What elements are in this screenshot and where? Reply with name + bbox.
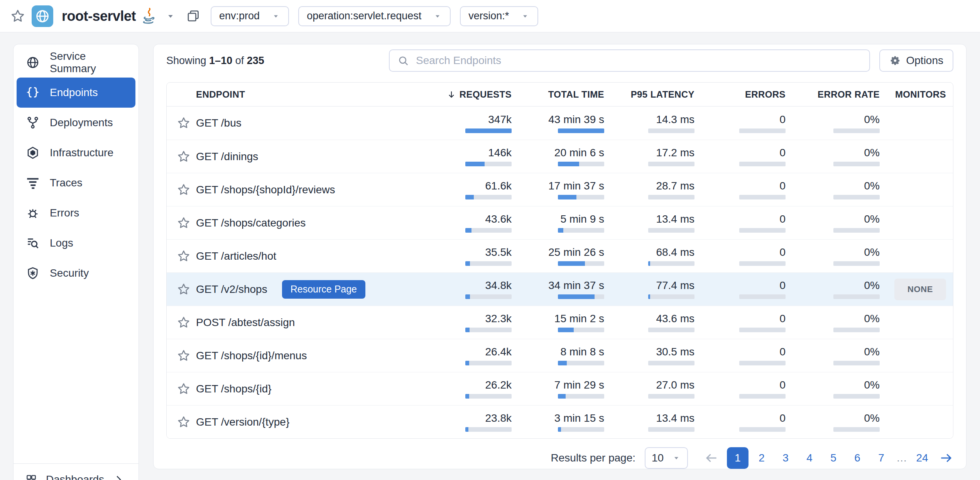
- endpoint-name[interactable]: GET /shops/categories: [196, 217, 306, 229]
- requests-value: 61.6k: [485, 180, 512, 192]
- table-row[interactable]: GET /shops/categories43.6k5 min 9 s13.4 …: [167, 206, 953, 239]
- favorite-star-icon[interactable]: [177, 183, 196, 197]
- endpoint-name[interactable]: GET /shops/{id}/menus: [196, 350, 307, 362]
- endpoint-name[interactable]: GET /bus: [196, 117, 242, 129]
- total-time-bar: [558, 195, 604, 199]
- total-time-value: 3 min 15 s: [554, 412, 604, 424]
- favorite-star-icon[interactable]: [177, 282, 196, 296]
- sidebar-item-deployments[interactable]: Deployments: [17, 108, 135, 138]
- toolbar: Showing 1–10 of 235 Options: [166, 49, 953, 72]
- error-rate-bar: [833, 195, 880, 199]
- p95-latency-bar: [648, 427, 694, 432]
- column-endpoint[interactable]: ENDPOINT: [196, 89, 423, 100]
- total-time-value: 34 min 37 s: [548, 279, 604, 292]
- page-3-button[interactable]: 3: [775, 447, 796, 469]
- endpoints-panel: Showing 1–10 of 235 Options ENDPOINT REQ…: [153, 44, 966, 469]
- requests-cell: 146k: [423, 147, 512, 166]
- requests-bar: [465, 261, 512, 266]
- errors-cell: 0: [694, 213, 786, 233]
- caret-down-icon: [271, 12, 280, 21]
- favorite-star-icon[interactable]: [177, 116, 196, 130]
- favorite-star-icon[interactable]: [177, 382, 196, 396]
- page-2-button[interactable]: 2: [751, 447, 772, 469]
- endpoint-name[interactable]: GET /version/{type}: [196, 416, 289, 428]
- search-input[interactable]: [415, 54, 862, 67]
- filter-pill-2[interactable]: operation:servlet.request: [298, 6, 451, 26]
- table-row[interactable]: POST /abtest/assign32.3k15 min 2 s43.6 m…: [167, 306, 953, 339]
- requests-value: 347k: [488, 113, 512, 126]
- sidebar-item-label: Traces: [50, 177, 83, 189]
- table-row[interactable]: GET /version/{type}23.8k3 min 15 s13.4 m…: [167, 405, 953, 438]
- error-rate-cell: 0%: [786, 180, 880, 199]
- sidebar-item-service-summary[interactable]: Service Summary: [17, 47, 135, 78]
- column-requests[interactable]: REQUESTS: [423, 89, 512, 100]
- table-row[interactable]: GET /shops/{id}26.2k7 min 29 s27.0 ms00%: [167, 372, 953, 405]
- copy-icon[interactable]: [186, 9, 200, 23]
- top-header: root-servlet env:prodoperation:servlet.r…: [0, 0, 980, 32]
- prev-page-button[interactable]: [704, 451, 719, 465]
- error-rate-bar: [833, 394, 880, 399]
- endpoint-name[interactable]: GET /dinings: [196, 150, 258, 163]
- favorite-star-icon[interactable]: [177, 216, 196, 230]
- error-rate-cell: 0%: [786, 279, 880, 299]
- requests-cell: 26.4k: [423, 346, 512, 365]
- favorite-star-icon[interactable]: [177, 316, 196, 330]
- column-total-time[interactable]: TOTAL TIME: [512, 89, 604, 100]
- page-5-button[interactable]: 5: [823, 447, 844, 469]
- sidebar-item-logs[interactable]: Logs: [17, 228, 135, 258]
- page-size-select[interactable]: 10: [645, 447, 688, 469]
- column-monitors[interactable]: MONITORS: [880, 89, 953, 100]
- error-rate-value: 0%: [864, 346, 880, 358]
- errors-bar: [739, 261, 786, 266]
- sidebar-item-traces[interactable]: Traces: [17, 168, 135, 198]
- filter-pill-3[interactable]: version:*: [460, 6, 538, 26]
- endpoint-name[interactable]: POST /abtest/assign: [196, 316, 295, 329]
- resource-page-button[interactable]: Resource Page: [282, 280, 365, 299]
- sidebar-item-security[interactable]: Security: [17, 258, 135, 288]
- p95-latency-bar: [648, 195, 694, 199]
- page-1-button[interactable]: 1: [727, 447, 749, 469]
- endpoint-name[interactable]: GET /shops/{id}: [196, 383, 272, 395]
- filter-pill-1[interactable]: env:prod: [211, 6, 289, 26]
- column-p95-latency[interactable]: P95 LATENCY: [604, 89, 694, 100]
- page-7-button[interactable]: 7: [870, 447, 892, 469]
- favorite-star-icon[interactable]: [177, 349, 196, 363]
- column-error-rate[interactable]: ERROR RATE: [786, 89, 880, 100]
- column-errors[interactable]: ERRORS: [694, 89, 786, 100]
- sidebar-item-endpoints[interactable]: Endpoints: [17, 78, 135, 108]
- endpoint-name[interactable]: GET /shops/{shopId}/reviews: [196, 184, 335, 196]
- monitor-status-badge[interactable]: NONE: [894, 279, 946, 300]
- search-box[interactable]: [389, 49, 870, 72]
- page-6-button[interactable]: 6: [847, 447, 868, 469]
- requests-cell: 347k: [423, 113, 512, 133]
- requests-cell: 35.5k: [423, 246, 512, 266]
- table-row[interactable]: GET /bus347k43 min 39 s14.3 ms00%: [167, 106, 953, 140]
- title-caret-down-icon[interactable]: [165, 11, 176, 22]
- favorite-star-icon[interactable]: [10, 8, 25, 24]
- sidebar-item-errors[interactable]: Errors: [17, 198, 135, 228]
- page-24-button[interactable]: 24: [911, 447, 933, 469]
- total-time-value: 20 min 6 s: [554, 147, 604, 159]
- p95-latency-value: 77.4 ms: [656, 279, 694, 292]
- requests-value: 23.8k: [485, 412, 512, 424]
- table-row[interactable]: GET /dinings146k20 min 6 s17.2 ms00%: [167, 140, 953, 173]
- favorite-star-icon[interactable]: [177, 415, 196, 429]
- table-row[interactable]: GET /shops/{shopId}/reviews61.6k17 min 3…: [167, 173, 953, 206]
- total-time-cell: 17 min 37 s: [512, 180, 604, 199]
- options-button[interactable]: Options: [879, 49, 954, 72]
- sidebar-item-dashboards[interactable]: Dashboards: [25, 473, 132, 480]
- table-row[interactable]: GET /v2/shopsResource Page34.8k34 min 37…: [167, 272, 953, 306]
- endpoint-name[interactable]: GET /articles/hot: [196, 250, 276, 262]
- page-4-button[interactable]: 4: [799, 447, 820, 469]
- favorite-star-icon[interactable]: [177, 249, 196, 263]
- sidebar-item-label: Logs: [50, 237, 73, 249]
- total-time-cell: 7 min 29 s: [512, 379, 604, 399]
- endpoint-name[interactable]: GET /v2/shops: [196, 283, 267, 296]
- table-row[interactable]: GET /shops/{id}/menus26.4k8 min 8 s30.5 …: [167, 339, 953, 372]
- sidebar-divider: [14, 463, 139, 464]
- table-row[interactable]: GET /articles/hot35.5k25 min 26 s68.4 ms…: [167, 239, 953, 272]
- favorite-star-icon[interactable]: [177, 150, 196, 164]
- sidebar-item-infrastructure[interactable]: Infrastructure: [17, 138, 135, 168]
- total-time-bar: [558, 228, 604, 233]
- next-page-button[interactable]: [939, 451, 953, 465]
